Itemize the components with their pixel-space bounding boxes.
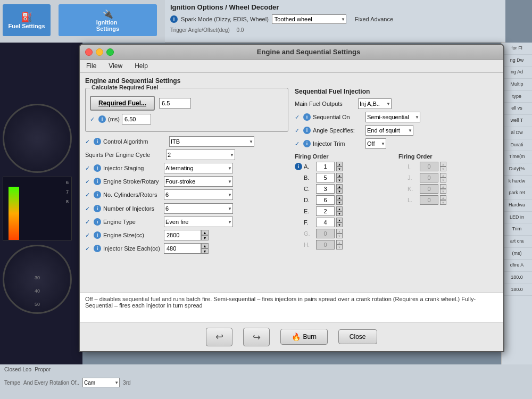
fe-up[interactable]: ▲ [336,206,343,211]
rp-item-3: Multip [502,79,532,91]
firing-e-input[interactable] [316,206,335,216]
close-dialog-button[interactable]: Close [338,329,377,344]
firing-b-input[interactable] [316,173,335,182]
firing-d-input[interactable] [316,195,335,205]
firing-row-e: E. ▲ ▼ [295,206,394,216]
firing-j-input [420,173,438,182]
engine-type-select-container[interactable]: Even fire Odd fire ▼ [164,217,233,227]
spark-mode-select-container[interactable]: Toothed wheel ▼ [272,14,346,24]
main-fuel-select[interactable]: Inj A,B.. Inj A Inj B [358,98,392,109]
injector-size-up[interactable]: ▲ [201,243,209,248]
rp-item-12: park ret [502,187,532,200]
menu-view[interactable]: View [106,61,124,71]
engine-stroke-select[interactable]: Four-stroke Two-stroke Rotary [164,176,233,187]
firing-i-input [420,162,438,171]
firing-row-c: C. ▲ ▼ [295,184,394,194]
engine-size-input[interactable] [164,230,201,240]
firing-f-input[interactable] [316,218,335,227]
fb-up[interactable]: ▲ [336,173,343,178]
control-algorithm-select[interactable]: ITB Alpha-N Speed Density [169,136,254,147]
ms-label: (ms) [108,116,120,122]
no-cylinders-select[interactable]: 45678 [164,189,233,200]
fj-down: ▼ [440,178,446,182]
cam-select-container[interactable]: Cam ▼ [82,378,120,387]
firing-l-input [420,195,438,205]
injector-size-down[interactable]: ▼ [201,248,209,254]
req-fuel-button[interactable]: Required Fuel... [90,96,155,111]
ff-up[interactable]: ▲ [336,218,343,222]
injector-trim-select[interactable]: Off On [365,138,386,149]
isize-check: ✓ [85,245,92,252]
engine-stroke-select-container[interactable]: Four-stroke Two-stroke Rotary ▼ [164,176,233,187]
et-info: i [94,218,101,226]
rp-item-19: 180.0 [502,272,532,284]
injector-staging-select[interactable]: Alternating Simultaneous [164,163,233,173]
fg-spinners: ▲ ▼ [336,229,343,238]
undo-button[interactable]: ↩ [206,328,232,346]
engine-size-spinner-btns: ▲ ▼ [201,230,209,240]
fa-up[interactable]: ▲ [336,162,343,167]
two-column-layout: Calculate Required Fuel Required Fuel...… [85,88,498,316]
firing-row-k: K. ▲ ▼ [398,184,498,194]
injector-staging-select-container[interactable]: Alternating Simultaneous ▼ [164,163,233,173]
spark-mode-select[interactable]: Toothed wheel [272,14,346,24]
ff-down[interactable]: ▼ [336,222,343,227]
calc-fuel-group: Calculate Required Fuel Required Fuel...… [85,88,288,132]
firing-a-input[interactable] [316,162,335,171]
maximize-button[interactable] [106,48,114,56]
engine-type-select[interactable]: Even fire Odd fire [164,217,233,227]
ignition-settings-btn[interactable]: 🔌 IgnitionSettings [59,4,157,36]
control-algorithm-row: ✓ i Control Algorithm ITB Alpha-N Speed … [85,136,288,147]
req-fuel-row: Required Fuel... [90,96,284,111]
control-algorithm-select-container[interactable]: ITB Alpha-N Speed Density ▼ [169,136,254,147]
squirts-select-container[interactable]: 1 2 4 ▼ [166,149,235,160]
main-fuel-select-container[interactable]: Inj A,B.. Inj A Inj B ▼ [358,98,392,109]
num-injectors-select-container[interactable]: 45678 ▼ [164,203,233,214]
firing-k-input [420,184,438,194]
no-cylinders-select-container[interactable]: 45678 ▼ [164,189,233,200]
injector-trim-select-container[interactable]: Off On ▼ [365,138,386,149]
redo-button[interactable]: ↩ [243,328,270,346]
menu-file[interactable]: File [84,61,98,71]
injector-size-spinner-btns: ▲ ▼ [201,243,209,254]
fl-up: ▲ [440,195,446,200]
burn-button[interactable]: 🔥 Burn [280,329,327,345]
fa-down[interactable]: ▼ [336,167,343,171]
ms-value-input[interactable] [122,114,151,124]
menu-help[interactable]: Help [132,61,150,71]
fg-down: ▼ [336,234,343,238]
fl-spinners: ▲ ▼ [440,195,446,205]
es-info: i [94,178,101,185]
injector-staging-label: Injector Staging [103,165,162,171]
fc-down[interactable]: ▼ [336,189,343,194]
angle-specifies-select[interactable]: End of squirt Start of squirt [365,125,413,136]
firing-c-input[interactable] [316,184,335,194]
cam-select[interactable]: Cam [82,378,120,387]
engine-type-row: ✓ i Engine Type Even fire Odd fire ▼ [85,217,288,227]
fd-up[interactable]: ▲ [336,195,343,200]
fd-down[interactable]: ▼ [336,200,343,205]
it-info: i [303,140,311,147]
minimize-button[interactable] [96,48,103,56]
engine-size-up[interactable]: ▲ [201,230,209,235]
req-fuel-input[interactable] [159,98,191,109]
fj-spinners: ▲ ▼ [440,173,446,182]
fk-label: K. [408,186,418,192]
num-injectors-select[interactable]: 45678 [164,203,233,214]
fuel-settings-btn[interactable]: ⛽ Fuel Settings [3,4,51,36]
injector-size-input[interactable] [164,243,201,254]
fl-down: ▼ [440,200,446,205]
rp-item-17: (ms) [502,248,532,260]
trigger-angle-row: Trigger Angle/Offset(deg) 0.0 [165,26,505,34]
fe-down[interactable]: ▼ [336,211,343,216]
sequential-on-select[interactable]: Off Semi-sequential Fully-Sequential [365,112,420,122]
fc-up[interactable]: ▲ [336,184,343,189]
firing-g-input [316,229,335,238]
engine-size-down[interactable]: ▼ [201,235,209,240]
sequential-on-select-container[interactable]: Off Semi-sequential Fully-Sequential ▼ [365,112,420,122]
angle-specifies-select-container[interactable]: End of squirt Start of squirt ▼ [365,125,413,136]
squirts-select[interactable]: 1 2 4 [166,149,235,160]
fb-down[interactable]: ▼ [336,178,343,182]
engine-size-label: Engine Size(cc) [103,232,162,238]
close-button[interactable] [85,48,93,56]
